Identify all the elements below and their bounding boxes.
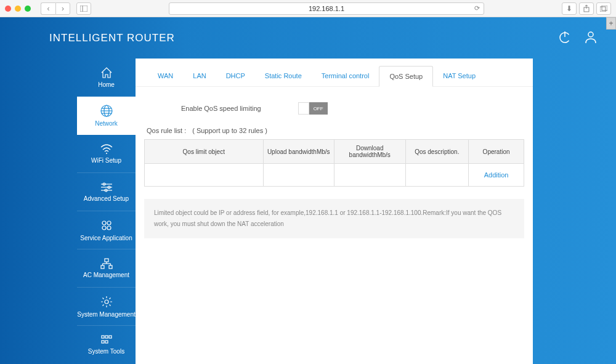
col-upload: Upload bandwidthMb/s <box>263 140 334 164</box>
gear-icon <box>100 295 113 309</box>
url-bar[interactable]: 192.168.1.1 ⟳ <box>169 2 484 15</box>
maximize-window-button[interactable] <box>25 6 31 12</box>
svg-rect-35 <box>109 336 111 338</box>
tab-nat-setup[interactable]: NAT Setup <box>433 66 485 86</box>
sidebar-item-ac[interactable]: AC Management <box>77 249 136 288</box>
remark-text: Limited object could be IP or address fi… <box>144 199 524 238</box>
sidebar-item-service[interactable]: Service Application <box>77 211 136 249</box>
sidebar-item-home[interactable]: Home <box>77 59 136 97</box>
close-window-button[interactable] <box>5 6 11 12</box>
power-button[interactable] <box>558 30 572 46</box>
sidebar-label: AC Management <box>83 272 129 279</box>
refresh-icon[interactable]: ⟳ <box>474 4 480 12</box>
sidebar-label: Service Application <box>80 235 132 242</box>
svg-rect-33 <box>102 336 104 338</box>
sidebar-item-advanced[interactable]: Advanced Setup <box>77 173 136 211</box>
router-app: INTELLIGENT ROUTER Home Networ <box>0 17 616 364</box>
download-icon: ⬇ <box>566 4 572 13</box>
sidebar-label: System Management <box>77 311 136 318</box>
globe-icon <box>100 104 113 118</box>
sidebar-label: System Tools <box>88 348 124 355</box>
sidebar-item-system-mgmt[interactable]: System Management <box>77 288 136 326</box>
cell-object <box>145 164 264 187</box>
rule-list-label: Qos rule list : <box>147 127 186 134</box>
tabs: WAN LAN DHCP Static Route Terminal contr… <box>136 59 533 87</box>
tabs-button[interactable] <box>596 2 611 15</box>
col-object: Qos limit object <box>145 140 264 164</box>
new-tab-button[interactable]: + <box>606 17 616 30</box>
tab-wan[interactable]: WAN <box>148 66 183 86</box>
svg-rect-26 <box>101 265 104 269</box>
svg-point-32 <box>105 300 108 304</box>
col-operation: Operation <box>469 140 524 164</box>
share-icon <box>583 5 590 12</box>
tab-dhcp[interactable]: DHCP <box>216 66 255 86</box>
tabs-icon <box>600 6 607 12</box>
cell-description <box>405 164 469 187</box>
tab-lan[interactable]: LAN <box>183 66 216 86</box>
chevron-right-icon: › <box>62 4 64 13</box>
qos-table: Qos limit object Upload bandwidthMb/s Do… <box>144 139 524 187</box>
app-header: INTELLIGENT ROUTER <box>0 17 616 59</box>
svg-point-8 <box>588 32 593 37</box>
tab-terminal-control[interactable]: Terminal control <box>312 66 379 86</box>
downloads-button[interactable]: ⬇ <box>562 2 577 15</box>
minimize-window-button[interactable] <box>15 6 21 12</box>
home-icon <box>100 67 113 79</box>
tab-static-route[interactable]: Static Route <box>255 66 312 86</box>
col-download: Download bandwidthMb/s <box>334 140 406 164</box>
svg-point-22 <box>107 221 111 225</box>
cell-upload <box>263 164 334 187</box>
sidebar-item-network[interactable]: Network <box>77 97 136 135</box>
table-header-row: Qos limit object Upload bandwidthMb/s Do… <box>145 140 524 164</box>
window-controls <box>5 6 31 12</box>
svg-point-21 <box>102 221 106 225</box>
qos-toggle[interactable]: OFF <box>298 102 328 115</box>
sidebar: Home Network WiFi Setup Advanced Setup <box>77 59 136 364</box>
table-row: Addition <box>145 164 524 187</box>
col-description: Qos description. <box>405 140 469 164</box>
sidebar-toggle-button[interactable] <box>76 2 91 15</box>
qos-content: Enable QoS speed limiting OFF Qos rule l… <box>136 87 533 251</box>
svg-rect-36 <box>102 341 104 343</box>
app-title: INTELLIGENT ROUTER <box>49 32 175 44</box>
svg-rect-0 <box>80 6 87 12</box>
power-icon <box>558 30 572 44</box>
user-icon <box>584 30 598 44</box>
addition-link[interactable]: Addition <box>484 171 509 179</box>
sidebar-label: Home <box>98 81 115 89</box>
svg-rect-25 <box>105 259 108 262</box>
svg-rect-27 <box>109 265 112 269</box>
svg-rect-5 <box>602 6 607 10</box>
browser-chrome: ‹ › 192.168.1.1 ⟳ ⬇ <box>0 0 616 17</box>
svg-point-24 <box>107 226 111 230</box>
panel-icon <box>80 6 87 12</box>
cell-operation: Addition <box>469 164 524 187</box>
enable-qos-label: Enable QoS speed limiting <box>181 105 261 112</box>
apps-icon <box>100 219 113 232</box>
wifi-icon <box>100 144 113 155</box>
toggle-handle <box>298 102 309 115</box>
hierarchy-icon <box>100 258 113 269</box>
user-button[interactable] <box>584 30 598 46</box>
rule-list-header: Qos rule list : ( Support up to 32 rules… <box>147 127 522 134</box>
plus-icon: + <box>609 19 613 28</box>
sidebar-label: Network <box>95 120 118 127</box>
tab-qos-setup[interactable]: QoS Setup <box>379 66 433 87</box>
sidebar-label: Advanced Setup <box>84 195 129 203</box>
share-button[interactable] <box>579 2 594 15</box>
sidebar-item-wifi[interactable]: WiFi Setup <box>77 135 136 173</box>
content-panel: WAN LAN DHCP Static Route Terminal contr… <box>136 59 533 364</box>
back-button[interactable]: ‹ <box>41 2 55 15</box>
svg-point-23 <box>102 226 106 230</box>
chevron-left-icon: ‹ <box>47 4 50 13</box>
toggle-state: OFF <box>309 102 328 115</box>
cell-download <box>334 164 406 187</box>
sidebar-item-system-tools[interactable]: System Tools <box>77 326 136 364</box>
enable-qos-row: Enable QoS speed limiting OFF <box>144 99 524 127</box>
rule-list-note: ( Support up to 32 rules ) <box>192 127 267 134</box>
forward-button[interactable]: › <box>55 2 70 15</box>
svg-point-14 <box>106 153 107 154</box>
svg-rect-4 <box>600 7 606 12</box>
svg-rect-34 <box>105 336 108 338</box>
